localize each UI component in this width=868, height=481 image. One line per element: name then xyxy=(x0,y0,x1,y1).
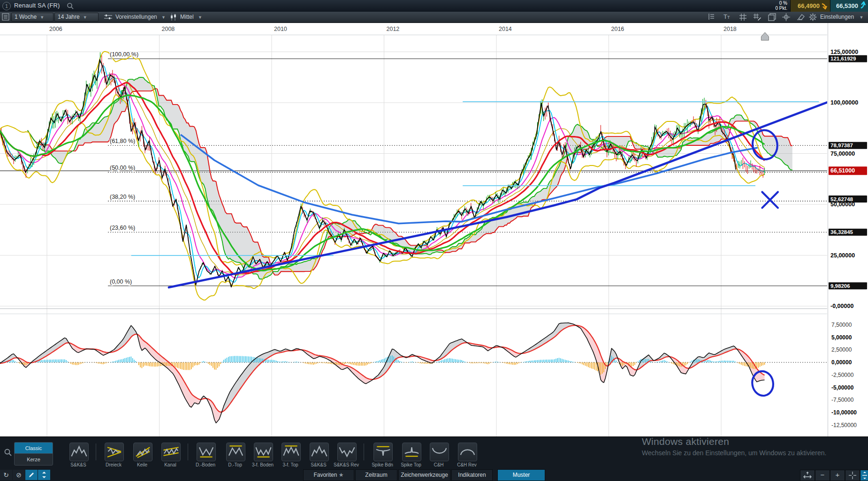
svg-text:78,97387: 78,97387 xyxy=(830,143,853,148)
pattern-button-sks[interactable] xyxy=(310,443,329,461)
ask-up-arrow-icon xyxy=(860,1,867,9)
pattern-label: Kanal xyxy=(154,462,187,467)
zoom-out-icon[interactable]: − xyxy=(815,470,830,481)
pattern-search-icon[interactable] xyxy=(4,448,12,457)
zoom-in-icon[interactable]: + xyxy=(830,470,845,481)
star-icon: ★ xyxy=(339,472,344,478)
tab-zeitraum[interactable]: Zeitraum xyxy=(355,469,397,481)
svg-text:7,50000: 7,50000 xyxy=(831,322,852,328)
presets-sliders-icon xyxy=(104,14,112,20)
pattern-button-spikebdn[interactable] xyxy=(373,443,393,461)
spiketop-pattern-icon xyxy=(404,444,420,458)
svg-text:52,62748: 52,62748 xyxy=(830,196,853,202)
pattern-label: C&H Rev xyxy=(450,462,483,467)
pattern-button-kanal[interactable] xyxy=(161,443,181,461)
pattern-label: D.-Boden xyxy=(189,462,222,467)
spikebdn-pattern-icon xyxy=(375,444,391,458)
clear-drawings-icon[interactable]: ⊘ xyxy=(13,470,25,480)
svg-text:(50,00 %): (50,00 %) xyxy=(110,165,135,171)
tab-muster[interactable]: Muster xyxy=(497,469,545,481)
presets-dropdown[interactable]: Voreinstellungen ▼ xyxy=(115,14,166,20)
svg-text:2014: 2014 xyxy=(499,26,512,32)
pattern-button-dboden[interactable] xyxy=(197,443,216,461)
pattern-label: S&K&S Rev xyxy=(330,462,363,467)
pattern-button-dreieck[interactable] xyxy=(105,443,124,461)
tab-favoriten[interactable]: Favoriten ★ xyxy=(303,469,354,481)
chart-type-candle-icon xyxy=(170,14,177,21)
svg-text:25,00000: 25,00000 xyxy=(830,252,855,259)
title-bar: 1 Renault SA (FR) 0 % 0 Pkt. 66,4900 66,… xyxy=(0,0,868,12)
layers-icon[interactable] xyxy=(768,13,776,21)
change-percent: 0 % xyxy=(775,0,787,6)
instrument-title: Renault SA (FR) xyxy=(14,2,60,9)
windows-activation-watermark: Windows aktivieren Wechseln Sie zu den E… xyxy=(642,436,827,457)
svg-text:2,50000: 2,50000 xyxy=(831,346,852,353)
pattern-button-keile[interactable] xyxy=(133,443,152,461)
align-levels-icon[interactable] xyxy=(708,13,716,21)
style-button-kerze[interactable]: Kerze xyxy=(14,453,53,466)
grid-icon[interactable] xyxy=(739,13,747,21)
svg-text:-7,50000: -7,50000 xyxy=(831,397,854,403)
f3top-pattern-icon xyxy=(283,444,299,458)
interval-dropdown[interactable]: 1 Woche▼ xyxy=(11,13,53,22)
chrev-pattern-icon xyxy=(459,444,476,458)
svg-text:121,61929: 121,61929 xyxy=(830,56,856,61)
pattern-button-dtop[interactable] xyxy=(226,443,245,461)
pattern-button-sks[interactable] xyxy=(69,443,89,461)
change-points: 0 Pkt. xyxy=(775,6,787,11)
pattern-label: S&K&S xyxy=(62,462,95,467)
move-vertical-icon[interactable] xyxy=(38,470,50,480)
watermark-subtitle: Wechseln Sie zu den Einstellungen, um Wi… xyxy=(642,449,827,457)
crosshair-icon[interactable] xyxy=(782,13,790,21)
pattern-button-chrev[interactable] xyxy=(458,443,477,461)
svg-text:75,00000: 75,00000 xyxy=(830,150,855,157)
chart-list-icon[interactable] xyxy=(2,13,9,21)
pattern-button-f3boden[interactable] xyxy=(254,443,273,461)
keile-pattern-icon xyxy=(135,444,151,458)
pattern-button-ch[interactable] xyxy=(430,443,449,461)
pattern-button-spiketop[interactable] xyxy=(402,443,421,461)
dboden-pattern-icon xyxy=(198,444,214,458)
grid-edit-icon[interactable] xyxy=(753,13,761,21)
toolbar-separator xyxy=(188,443,188,460)
window-number-icon[interactable]: 1 xyxy=(2,2,11,10)
toolbar-separator xyxy=(96,443,96,460)
search-icon[interactable] xyxy=(67,2,74,10)
svg-text:2018: 2018 xyxy=(723,26,737,32)
dtop-pattern-icon xyxy=(228,444,244,458)
svg-text:0,00000: 0,00000 xyxy=(831,359,852,366)
svg-text:-2,50000: -2,50000 xyxy=(831,372,854,378)
cursor-mode-icon[interactable] xyxy=(845,470,860,481)
ask-quote[interactable]: 66,5300 xyxy=(830,0,868,12)
reset-icon[interactable]: ↻ xyxy=(0,470,12,480)
eraser-icon[interactable] xyxy=(796,13,805,21)
svg-text:-5,00000: -5,00000 xyxy=(831,384,854,391)
svg-text:2012: 2012 xyxy=(387,26,400,32)
tab-zeichenwerkzeuge[interactable]: Zeichenwerkzeuge xyxy=(398,469,450,481)
pattern-label: Dreieck xyxy=(97,462,130,467)
tab-indikatoren[interactable]: Indikatoren xyxy=(451,469,493,481)
chart-type-dropdown[interactable]: Mittel ▼ xyxy=(180,14,202,20)
style-button-classic[interactable]: Classic xyxy=(14,442,53,454)
chart-canvas[interactable]: 2006200820102012201420162018(100,00 %)(6… xyxy=(0,0,868,481)
pattern-button-sksrev[interactable] xyxy=(337,443,357,461)
settings-dropdown[interactable]: Einstellungen ▼ xyxy=(820,14,863,20)
scale-vertical-icon[interactable] xyxy=(860,470,868,481)
svg-text:125,00000: 125,00000 xyxy=(830,49,858,55)
kanal-pattern-icon xyxy=(163,444,179,458)
svg-text:2006: 2006 xyxy=(49,26,62,32)
text-tool-icon[interactable]: TT xyxy=(723,13,730,20)
svg-text:66,51000: 66,51000 xyxy=(830,167,855,174)
bid-quote[interactable]: 66,4900 xyxy=(790,0,830,12)
svg-text:36,32845: 36,32845 xyxy=(830,229,853,235)
svg-text:(0,00 %): (0,00 %) xyxy=(110,278,132,285)
svg-text:5,00000: 5,00000 xyxy=(831,334,852,341)
pattern-button-f3top[interactable] xyxy=(282,443,301,461)
range-dropdown[interactable]: 14 Jahre▼ xyxy=(54,13,99,22)
svg-text:2016: 2016 xyxy=(611,26,624,32)
f3boden-pattern-icon xyxy=(255,444,272,458)
draw-pencil-icon[interactable] xyxy=(25,470,38,480)
settings-gear-icon[interactable] xyxy=(809,13,817,21)
svg-text:(100,00 %): (100,00 %) xyxy=(110,51,138,58)
fit-horizontal-icon[interactable] xyxy=(800,470,815,481)
